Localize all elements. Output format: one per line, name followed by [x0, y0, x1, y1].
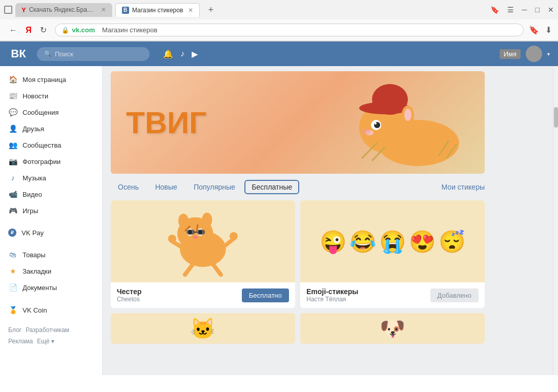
sidebar-divider-1	[0, 219, 102, 225]
video-side-icon: 📹	[8, 190, 17, 199]
tab-vk[interactable]: В Магазин стикеров ✕	[115, 3, 200, 17]
search-input[interactable]	[55, 50, 137, 58]
new-tab-button[interactable]: +	[203, 2, 219, 18]
tab-close-vk[interactable]: ✕	[188, 7, 193, 14]
sidebar-item-messages[interactable]: 💬 Сообщения	[0, 104, 102, 120]
music-side-icon: ♪	[8, 173, 17, 182]
sidebar-item-goods[interactable]: 🛍 Товары	[0, 246, 102, 263]
svg-rect-27	[197, 230, 205, 235]
partial-emoji-2: 🐶	[380, 317, 405, 341]
footer-links: Блог Разработчикам Реклама Ещё ▾	[0, 318, 102, 349]
maximize-button[interactable]: □	[535, 6, 540, 14]
footer-ads[interactable]: Реклама	[8, 338, 33, 345]
emoji-love: 😍	[409, 229, 436, 254]
avatar[interactable]	[526, 46, 542, 62]
search-icon: 🔍	[44, 50, 52, 57]
bookmarks-icon: ★	[8, 266, 17, 276]
sticker-author-chester: Cheetos	[117, 296, 242, 303]
svg-line-31	[185, 264, 193, 275]
shop-tabs: Осень Новые Популярные Бесплатные Мои ст…	[111, 180, 485, 194]
user-name: Имя	[500, 49, 521, 59]
tab-new[interactable]: Новые	[148, 180, 184, 194]
sidebar-item-vk-pay[interactable]: ₽ VK Pay	[0, 225, 102, 240]
footer-more[interactable]: Ещё ▾	[37, 338, 54, 345]
sticker-info-emoji: Emoji-стикеры Настя Тёплая	[306, 287, 430, 303]
nav-bar: ← Я ↻ 🔒 vk.com Магазин стикеров 🔖 ⬇	[0, 19, 558, 41]
sidebar-item-photos[interactable]: 📷 Фотографии	[0, 153, 102, 170]
music-icon[interactable]: ♪	[180, 49, 184, 58]
footer-dev[interactable]: Разработчикам	[26, 326, 69, 334]
tab-free[interactable]: Бесплатные	[244, 180, 299, 194]
sidebar-label-documents: Документы	[23, 284, 57, 292]
vk-header: ВК 🔍 🔔 ♪ ▶ Имя ▾	[0, 42, 558, 66]
nav-bookmark-icon[interactable]: 🔖	[529, 25, 539, 35]
nav-download-icon[interactable]: ⬇	[545, 25, 552, 35]
goods-icon: 🛍	[8, 250, 17, 259]
svg-point-18	[202, 213, 212, 227]
tab-yandex[interactable]: Y Скачать Яндекс.Браузер д... ✕	[15, 3, 112, 17]
add-chester-button[interactable]: Бесплатно	[242, 288, 289, 302]
tab-label-yandex: Скачать Яндекс.Браузер д...	[29, 6, 96, 13]
ssl-lock-icon: 🔒	[61, 27, 69, 34]
user-menu[interactable]: Имя ▾	[500, 46, 550, 62]
sidebar-label-goods: Товары	[23, 251, 46, 259]
menu-icon[interactable]: ☰	[507, 6, 514, 14]
scrollbar-track[interactable]	[553, 66, 558, 375]
scrollbar-thumb[interactable]	[554, 107, 558, 128]
tab-autumn[interactable]: Осень	[111, 180, 146, 194]
sidebar-item-documents[interactable]: 📄 Документы	[0, 279, 102, 296]
notifications-icon[interactable]: 🔔	[163, 49, 173, 59]
friends-icon: 👤	[8, 124, 17, 133]
footer-blog[interactable]: Блог	[8, 326, 22, 334]
emoji-collection: 😜 😂 😭 😍 😴	[315, 224, 470, 259]
sidebar-item-friends[interactable]: 👤 Друзья	[0, 120, 102, 137]
add-emoji-button[interactable]: Добавлено	[430, 288, 479, 302]
sidebar-divider-2	[0, 240, 102, 246]
reload-button[interactable]: ↻	[37, 23, 50, 37]
window-icon	[4, 6, 12, 14]
svg-point-9	[404, 109, 411, 121]
user-menu-chevron[interactable]: ▾	[547, 51, 550, 57]
sidebar-label-vk-coin: VK Coin	[23, 306, 47, 314]
shop-banner: ТВИГ	[111, 71, 485, 174]
svg-point-3	[372, 84, 408, 115]
emoji-laugh: 😂	[349, 229, 376, 254]
sidebar-divider-3	[0, 296, 102, 302]
sidebar-item-communities[interactable]: 👥 Сообщества	[0, 137, 102, 153]
window-controls: 🔖 ☰ ─ □ ✕	[490, 6, 554, 14]
svg-point-25	[193, 236, 198, 239]
bookmark-icon[interactable]: 🔖	[490, 6, 499, 14]
sidebar-item-music[interactable]: ♪ Музыка	[0, 170, 102, 186]
sidebar-label-bookmarks: Закладки	[23, 267, 51, 275]
sidebar-label-messages: Сообщения	[23, 109, 59, 116]
minimize-button[interactable]: ─	[522, 6, 527, 14]
sticker-img-emoji: 😜 😂 😭 😍 😴	[300, 200, 485, 282]
tab-icon-vk: В	[122, 7, 129, 14]
sidebar-item-bookmarks[interactable]: ★ Закладки	[0, 263, 102, 279]
partial-img-1: 🐱	[111, 313, 295, 344]
sidebar-label-friends: Друзья	[23, 125, 44, 133]
photos-icon: 📷	[8, 157, 17, 166]
vk-logo[interactable]: ВК	[8, 44, 29, 64]
search-box[interactable]: 🔍	[37, 47, 150, 61]
partial-img-2: 🐶	[300, 313, 485, 344]
video-icon[interactable]: ▶	[192, 49, 198, 59]
sidebar-label-music: Музыка	[23, 174, 46, 182]
address-domain: vk.com	[72, 26, 95, 34]
title-bar: Y Скачать Яндекс.Браузер д... ✕ В Магази…	[0, 0, 558, 19]
sidebar-item-vk-coin[interactable]: 🏅 VK Coin	[0, 302, 102, 318]
close-button[interactable]: ✕	[548, 6, 554, 14]
sticker-img-chester	[111, 200, 295, 282]
tab-popular[interactable]: Популярные	[187, 180, 242, 194]
emoji-cry: 😭	[379, 229, 406, 254]
address-bar[interactable]: 🔒 vk.com Магазин стикеров	[55, 24, 524, 36]
news-icon: 📰	[8, 91, 17, 100]
sidebar-item-my-page[interactable]: 🏠 Моя страница	[0, 71, 102, 88]
sidebar-item-games[interactable]: 🎮 Игры	[0, 202, 102, 219]
back-button[interactable]: ←	[6, 24, 20, 37]
sidebar-label-my-page: Моя страница	[23, 76, 66, 84]
sidebar-item-news[interactable]: 📰 Новости	[0, 88, 102, 104]
my-stickers-link[interactable]: Мои стикеры	[442, 183, 485, 191]
tab-close-yandex[interactable]: ✕	[101, 6, 106, 13]
sidebar-item-video[interactable]: 📹 Видео	[0, 186, 102, 202]
